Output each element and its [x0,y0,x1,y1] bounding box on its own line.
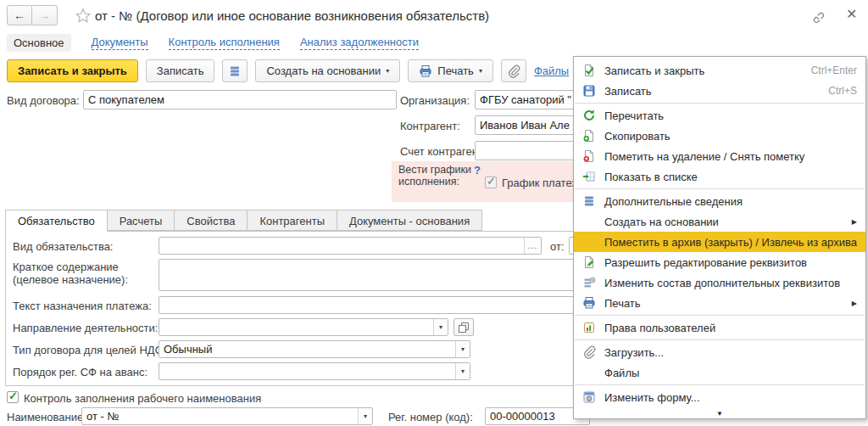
menu-item[interactable]: Поместить в архив (закрыть) / Извлечь из… [574,232,865,252]
menu-item-label: Загрузить... [604,346,664,359]
name-input[interactable]: ▾ [81,407,373,425]
summary-label: Краткое содержание (целевое назначение): [13,261,150,286]
open-button[interactable] [453,318,474,336]
back-button[interactable]: ← [7,5,32,25]
menu-item-label: Файлы [604,367,639,379]
table-arrow-icon [582,170,596,183]
chevron-down-icon[interactable]: ▾ [433,319,448,335]
chart-window-icon [582,321,596,334]
printer-icon [419,64,432,78]
menu-item-label: Показать в списке [604,171,698,183]
menu-item[interactable]: Показать в списке [574,166,865,187]
menu-item[interactable]: Изменить состав дополнительных реквизито… [574,272,865,293]
open-icon [457,321,470,334]
print-button[interactable]: Печать▾ [408,59,493,82]
menu-item[interactable]: Записать и закрытьCtrl+Enter [574,60,865,81]
menu-item-label: Пометить на удаление / Снять пометку [604,150,804,163]
menu-item[interactable]: Загрузить... [574,342,865,362]
tab-3[interactable]: Свойства [174,210,248,231]
obligation-from-label: от: [550,240,565,253]
chevron-down-icon[interactable]: ▾ [455,363,470,379]
menu-item[interactable]: Права пользователей [574,317,865,338]
favorite-star-icon[interactable] [75,8,92,25]
help-icon[interactable]: ? [474,164,481,177]
contract-type-value[interactable] [84,91,396,109]
toolbar: Записать и закрыть Записать Создать на о… [7,59,569,82]
name-control-checkbox[interactable]: ✓ [7,391,19,403]
menu-separator [575,384,865,385]
name-label: Наименование: [7,411,86,423]
refresh-icon [582,109,596,122]
window-gear-icon [582,390,596,404]
menu-item[interactable]: Создать на основании▶ [574,211,865,232]
no-icon [582,215,596,228]
save-button[interactable]: Записать [146,59,215,82]
nav-link[interactable]: Анализ задолженности [300,36,419,50]
save-close-label: Записать и закрыть [18,64,127,77]
chevron-down-icon: ▾ [479,67,482,75]
menu-scroll-down[interactable]: ▼ [575,409,865,418]
tab-2[interactable]: Расчеты [107,210,175,231]
invoice-order-value[interactable] [159,363,455,379]
vat-type-label: Тип договора для целей НДС: [13,344,166,356]
doc-x-icon [582,149,596,163]
section-nav: Основное ДокументыКонтроль исполненияАна… [7,33,419,52]
submenu-arrow-icon: ▶ [852,300,857,307]
info-lines-icon [582,194,596,208]
chevron-down-icon[interactable]: ▾ [358,408,372,424]
save-close-button[interactable]: Записать и закрыть [7,59,138,82]
menu-item[interactable]: Скопировать [574,126,865,146]
menu-separator [575,103,865,104]
attach-button[interactable] [501,59,526,82]
menu-item[interactable]: Печать▶ [574,293,865,313]
obligation-type-value[interactable] [159,238,524,254]
window-title: от - № (Договор или иное основание возни… [95,8,489,23]
menu-item-label: Скопировать [604,130,670,143]
doc-plus-icon [582,129,596,143]
reg-number-label: Рег. номер (код): [388,411,473,423]
files-link[interactable]: Файлы [534,64,569,77]
menu-item[interactable]: Перечитать [574,105,865,126]
vat-type-input[interactable]: ▾ [159,340,470,358]
tab-1[interactable]: Обязательство [5,210,108,232]
get-link-icon[interactable] [810,9,827,26]
payment-schedule-checkbox[interactable]: ✓ [485,177,497,188]
create-based-button[interactable]: Создать на основании▾ [255,59,400,82]
schedules-label: Вести графики исполнения: [398,164,473,188]
select-ellipsis-button[interactable]: ... [524,238,541,254]
menu-item-label: Дополнительные сведения [604,195,743,208]
activity-label: Направление деятельности: [13,322,158,334]
vat-type-value[interactable] [159,341,455,357]
close-icon[interactable]: ✕ [846,6,857,22]
obligation-type-input[interactable]: ... [159,237,542,255]
activity-input[interactable]: ▾ [159,318,448,336]
forward-button[interactable]: → [32,5,58,25]
menu-separator [575,339,865,340]
nav-link[interactable]: Контроль исполнения [169,36,280,50]
menu-item-label: Поместить в архив (закрыть) / Извлечь из… [604,236,857,249]
menu-item[interactable]: Пометить на удаление / Снять пометку [574,146,865,166]
contract-type-input[interactable] [83,90,397,109]
nav-tab-main[interactable]: Основное [7,34,71,52]
menu-item-label: Печать [604,297,641,310]
triangle-down-icon: ▼ [716,410,723,418]
invoice-order-input[interactable]: ▾ [159,362,470,380]
menu-item[interactable]: ЗаписатьCtrl+S [574,81,865,101]
tab-4[interactable]: Контрагенты [247,210,337,231]
menu-item[interactable]: Дополнительные сведения [574,191,865,211]
obligation-type-label: Вид обязательства: [13,240,114,253]
print-label: Печать [437,64,474,77]
payment-schedule-checkbox-label: График платеж [502,177,579,189]
chevron-down-icon[interactable]: ▾ [455,341,470,357]
menu-item[interactable]: Разрешить редактирование реквизитов [574,252,865,272]
nav-link[interactable]: Документы [92,36,148,50]
tab-5[interactable]: Документы - основания [337,210,482,231]
additional-info-button[interactable] [222,59,248,82]
menu-item[interactable]: Файлы [574,362,865,383]
check-icon: ✓ [8,390,18,402]
doc-pencil-icon [582,255,596,269]
menu-item[interactable]: Изменить форму... [574,387,865,407]
menu-shortcut: Ctrl+S [828,85,857,97]
activity-value[interactable] [159,319,433,335]
name-value[interactable] [82,408,358,424]
